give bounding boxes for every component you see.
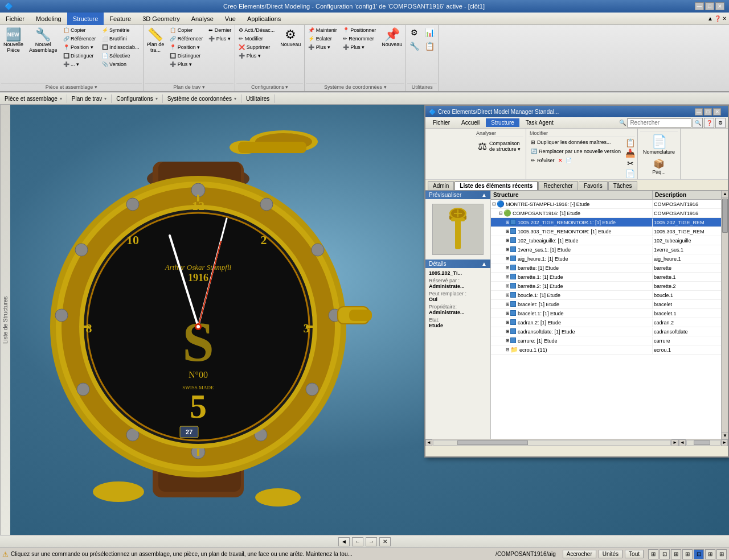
- reviser-cancel-icon[interactable]: ✕: [558, 158, 563, 163]
- reviser-confirm-icon[interactable]: 📄: [566, 158, 572, 163]
- ribbon-btn-plus3[interactable]: ➕ Plus ▾: [236, 52, 277, 60]
- ribbon-btn-brut-fini[interactable]: ⬜ Brut/fini: [100, 35, 142, 43]
- taskbar-icon-5[interactable]: ⊡: [694, 549, 704, 559]
- ribbon-btn-distinguer[interactable]: 🔲 Distinguer: [61, 52, 99, 60]
- tree-expand-icon[interactable]: ⊞: [506, 247, 510, 252]
- tout-button[interactable]: Tout: [625, 550, 644, 558]
- panel-btn-nomenclature[interactable]: 📄 Nomenclature: [640, 133, 678, 157]
- ribbon-btn-position[interactable]: 📍 Position ▾: [61, 43, 99, 51]
- panel-search-button[interactable]: 🔍: [693, 118, 703, 128]
- ribbon-btn-symetrie[interactable]: ⚡ Symétrie: [100, 26, 142, 34]
- panel-btn-comparaison[interactable]: ⚖ Comparaisonde structure ▾: [475, 138, 523, 154]
- tree-expand-icon[interactable]: ⊞: [506, 229, 510, 234]
- tree-row[interactable]: ⊞carrure: [1] Etudecarrure: [491, 336, 721, 345]
- ribbon-btn-plus5[interactable]: ➕ Plus ▾: [341, 43, 379, 51]
- tree-expand-icon[interactable]: ⊟: [499, 211, 503, 216]
- menu-structure[interactable]: Structure: [67, 13, 104, 25]
- scrollbar-thumb[interactable]: [722, 199, 728, 233]
- tree-row[interactable]: ⊟🔵MONTRE-STAMPFLI-1916: [-] EtudeCOMPOSA…: [491, 200, 721, 209]
- hscroll-track[interactable]: [433, 440, 671, 446]
- panel-tab-favoris[interactable]: Favoris: [579, 181, 608, 190]
- details-collapse-icon[interactable]: ▲: [481, 261, 487, 267]
- panel-btn-dupliquer[interactable]: ⊞ Dupliquer les données maîtres...: [529, 138, 623, 146]
- tree-row[interactable]: ⊟📁ecrou.1 (11)ecrou.1: [491, 345, 721, 355]
- ribbon-btn-referencer[interactable]: 🔗 Référencer: [61, 35, 99, 43]
- panel-maximize-button[interactable]: □: [704, 108, 712, 116]
- section-label-configurations[interactable]: Configurations ▾: [112, 94, 162, 103]
- nav-right-button[interactable]: →: [366, 537, 377, 546]
- tree-expand-icon[interactable]: ⊞: [506, 256, 510, 261]
- ribbon-btn-more1[interactable]: ➕ ... ▾: [61, 60, 99, 68]
- nav-close-button[interactable]: ✕: [379, 537, 391, 546]
- menu-fichier[interactable]: Fichier: [0, 13, 30, 25]
- panel-tab-rechercher[interactable]: Rechercher: [538, 181, 578, 190]
- accrocher-button[interactable]: Accrocher: [563, 550, 596, 558]
- tree-expand-icon[interactable]: ⊞: [506, 311, 510, 316]
- panel-btn-paq[interactable]: 📦 Paq...: [645, 157, 673, 176]
- close-button[interactable]: ✕: [715, 2, 724, 10]
- tree-expand-icon[interactable]: ⊞: [506, 238, 510, 243]
- tree-scrollbar[interactable]: ▲ ▼: [721, 191, 728, 439]
- panel-close-button[interactable]: ✕: [713, 108, 721, 116]
- tree-row[interactable]: ⊞cadransoftdate: [1] Etudecadransoftdate: [491, 327, 721, 336]
- ribbon-btn-supprimer[interactable]: ❌ Supprimer: [236, 43, 277, 51]
- ribbon-btn-positionner[interactable]: 📍 Positionner: [341, 26, 379, 34]
- ribbon-btn-util1[interactable]: ⚙: [407, 26, 421, 39]
- panel-search-input[interactable]: [627, 118, 691, 127]
- tree-expand-icon[interactable]: ⊟: [506, 347, 510, 352]
- ribbon-btn-maintenir[interactable]: 📌 Maintenir: [306, 26, 339, 34]
- left-sidebar[interactable]: Liste de Structures: [0, 105, 10, 535]
- section-label-systeme-coordonnees[interactable]: Système de coordonnées ▾: [163, 94, 241, 103]
- nav-left-button[interactable]: ←: [352, 537, 363, 546]
- tree-expand-icon[interactable]: ⊞: [506, 302, 510, 307]
- preview-collapse-icon[interactable]: ▲: [481, 192, 487, 198]
- minimize-button[interactable]: —: [695, 2, 704, 10]
- panel-btn-remplacer[interactable]: 🔄 Remplacer par une nouvelle version: [529, 147, 623, 155]
- ribbon-btn-eclater[interactable]: ⚡ Eclater: [306, 35, 339, 43]
- menu-applications[interactable]: Applications: [241, 13, 286, 25]
- ribbon-btn-util3[interactable]: 🔧: [407, 40, 421, 52]
- ribbon-btn-plus2[interactable]: ➕ Plus ▾: [206, 35, 234, 43]
- tree-row[interactable]: ⊞102_tubeaiguille: [1] Etude102_tubeaigu…: [491, 236, 721, 245]
- tree-expand-icon[interactable]: ⊟: [492, 201, 496, 207]
- tree-row[interactable]: ⊞bracelet: [1] Etudebracelet: [491, 300, 721, 309]
- tree-row[interactable]: ⊞barrette: [1] Etudebarrette: [491, 263, 721, 273]
- tree-expand-icon[interactable]: ⊞: [506, 265, 510, 270]
- ribbon-btn-selective[interactable]: 📄 Sélective: [100, 52, 142, 60]
- menu-modeling[interactable]: Modeling: [30, 13, 67, 25]
- menu-vue[interactable]: Vue: [219, 13, 241, 25]
- ribbon-btn-modifier[interactable]: ✏ Modifier: [236, 35, 277, 43]
- ribbon-btn-distinguer2[interactable]: 🔲 Distinguer: [167, 52, 205, 60]
- panel-tab-admin[interactable]: Admin: [428, 181, 454, 190]
- tree-expand-icon[interactable]: ⊞: [506, 283, 510, 289]
- panel-help-button[interactable]: ❓: [704, 118, 714, 128]
- panel-menu-accueil[interactable]: Accueil: [456, 118, 485, 127]
- hscroll-right-button[interactable]: ►: [671, 439, 678, 446]
- section-label-piece-assemblage[interactable]: Pièce et assemblage ▾: [0, 94, 67, 103]
- ribbon-btn-acti-desac[interactable]: ⚙ Acti./Désac...: [236, 26, 277, 34]
- ribbon-btn-referencer2[interactable]: 🔗 Référencer: [167, 35, 205, 43]
- ribbon-btn-nouveau-sys[interactable]: 📌 Nouveau: [379, 26, 404, 49]
- taskbar-icon-1[interactable]: ⊞: [648, 549, 658, 559]
- help-button[interactable]: ❓: [714, 15, 721, 22]
- section-label-plan-de-trav[interactable]: Plan de trav ▾: [67, 94, 112, 103]
- taskbar-icon-4[interactable]: ⊞: [682, 549, 693, 559]
- panel-minimize-button[interactable]: —: [695, 108, 703, 116]
- taskbar-icon-6[interactable]: ⊞: [705, 549, 715, 559]
- tree-expand-icon[interactable]: ⊞: [506, 329, 510, 334]
- ribbon-btn-nouveau-config[interactable]: ⚙ Nouveau: [278, 26, 303, 49]
- panel-menu-fichier[interactable]: Fichier: [428, 118, 455, 127]
- ribbon-btn-indissociable[interactable]: 🔲 Indissociab...: [100, 43, 142, 51]
- tree-row[interactable]: ⊞1verre_sus.1: [1] Etude1verre_sus.1: [491, 245, 721, 254]
- close-ribbon-button[interactable]: ✕: [722, 15, 727, 22]
- tree-row[interactable]: ⊞boucle.1: [1] Etudeboucle.1: [491, 291, 721, 300]
- menu-feature[interactable]: Feature: [104, 13, 137, 25]
- taskbar-icon-7[interactable]: ⊞: [716, 549, 727, 559]
- tree-row[interactable]: ⊞cadran.2: [1] Etudecadran.2: [491, 318, 721, 327]
- panel-tab-taches[interactable]: Tâches: [608, 181, 637, 190]
- tree-expand-icon[interactable]: ⊞: [506, 338, 510, 343]
- ribbon-btn-version[interactable]: 📎 Version: [100, 60, 142, 68]
- ribbon-btn-copier[interactable]: 📋 Copier: [61, 26, 99, 34]
- tree-pane[interactable]: Structure Description ⊟🔵MONTRE-STAMPFLI-…: [491, 191, 721, 439]
- maximize-button[interactable]: □: [705, 2, 714, 10]
